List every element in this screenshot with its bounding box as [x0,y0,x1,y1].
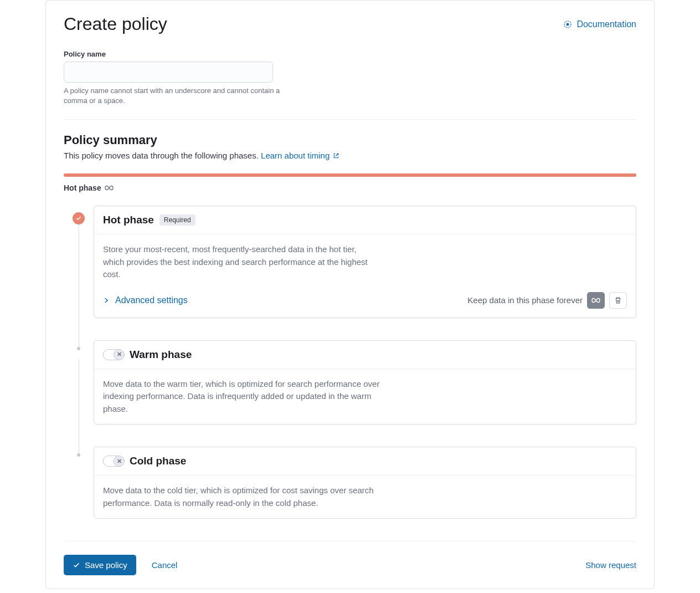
warm-phase-card: ✕ Warm phase Move data to the warm tier,… [94,340,636,425]
hot-phase-title: Hot phase [103,214,154,226]
hot-phase-desc: Store your most-recent, most frequently-… [103,243,380,281]
svg-point-1 [567,23,569,25]
save-policy-label: Save policy [85,560,127,570]
policy-summary-title: Policy summary [64,133,636,147]
documentation-link[interactable]: Documentation [563,19,636,29]
policy-name-help: A policy name cannot start with an under… [64,86,285,106]
policy-name-label: Policy name [64,50,636,58]
delete-phase-button[interactable] [609,292,627,309]
cold-phase-desc: Move data to the cold tier, which is opt… [103,484,380,509]
cancel-button[interactable]: Cancel [152,560,178,570]
policy-name-group: Policy name A policy name cannot start w… [64,50,636,106]
check-icon [73,561,80,569]
help-icon [563,20,572,29]
page-title: Create policy [64,14,167,34]
save-policy-button[interactable]: Save policy [64,555,136,575]
documentation-link-label: Documentation [577,19,636,29]
warm-phase-desc: Move data to the warm tier, which is opt… [103,378,380,416]
warm-phase-toggle[interactable]: ✕ [103,349,124,360]
keep-forever-button[interactable] [587,292,605,309]
advanced-settings-toggle[interactable]: Advanced settings [103,295,188,305]
infinity-icon [105,183,114,192]
warm-phase-title: Warm phase [130,349,192,361]
cold-phase-row: ✕ Cold phase Move data to the cold tier,… [64,447,636,519]
policy-summary-desc: This policy moves data through the follo… [64,151,636,160]
hot-phase-marker [73,212,85,224]
cold-phase-marker [77,453,80,457]
external-link-icon [333,152,339,159]
warm-phase-marker [77,347,80,350]
close-icon: ✕ [117,351,122,357]
warm-phase-row: ✕ Warm phase Move data to the warm tier,… [64,340,636,425]
close-icon: ✕ [117,458,122,464]
required-badge: Required [159,214,195,226]
timeline-bar [64,173,636,177]
cold-phase-card: ✕ Cold phase Move data to the cold tier,… [94,447,636,519]
learn-timing-link[interactable]: Learn about timing [261,151,339,160]
policy-summary-section: Policy summary This policy moves data th… [64,133,636,192]
divider [64,541,636,541]
policy-name-input[interactable] [64,62,273,83]
timeline-connector [79,224,79,347]
timeline-hot-label: Hot phase [64,183,101,192]
trash-icon [614,296,622,304]
advanced-settings-label: Advanced settings [115,295,188,305]
cold-phase-toggle[interactable]: ✕ [103,456,124,467]
infinity-icon [591,298,600,303]
cold-phase-title: Cold phase [130,455,186,467]
divider [64,119,636,120]
timeline-connector [79,359,79,454]
show-request-button[interactable]: Show request [585,560,636,570]
chevron-right-icon [103,297,110,304]
keep-forever-label: Keep data in this phase forever [467,295,583,305]
hot-phase-card: Hot phase Required Store your most-recen… [94,206,636,318]
hot-phase-row: Hot phase Required Store your most-recen… [64,206,636,318]
